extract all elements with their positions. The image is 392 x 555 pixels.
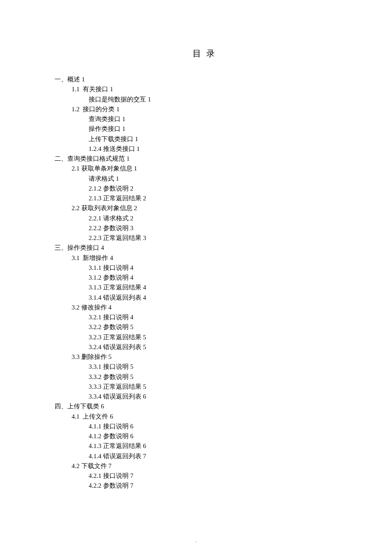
toc-entry: 3.3.1 接口说明 5 xyxy=(55,362,358,372)
toc-entry: 1.1 有关接口 1 xyxy=(55,84,358,94)
toc-entry: 3.2 修改操作 4 xyxy=(55,303,358,312)
toc-entry: 一、概述 1 xyxy=(55,75,358,84)
toc-entry: 3.2.1 接口说明 4 xyxy=(55,312,358,322)
document-page: 目录 一、概述 11.1 有关接口 1接口是纯数据的交互 11.2 接口的分类 … xyxy=(0,0,392,491)
toc-entry: 上传下载类接口 1 xyxy=(55,134,358,144)
toc-body: 一、概述 11.1 有关接口 1接口是纯数据的交互 11.2 接口的分类 1查询… xyxy=(55,75,358,491)
toc-entry: 操作类接口 1 xyxy=(55,124,358,134)
toc-entry: 查询类接口 1 xyxy=(55,114,358,124)
toc-entry: 3.1 新增操作 4 xyxy=(55,253,358,263)
toc-entry: 4.2 下载文件 7 xyxy=(55,461,358,471)
toc-entry: 2.1.2 参数说明 2 xyxy=(55,184,358,194)
toc-entry: 4.1.2 参数说明 6 xyxy=(55,431,358,441)
toc-entry: 四、上传下载类 6 xyxy=(55,402,358,411)
toc-entry: 4.1.1 接口说明 6 xyxy=(55,422,358,431)
toc-entry: 2.2.1 请求格式 2 xyxy=(55,214,358,223)
toc-entry: 4.2.2 参数说明 7 xyxy=(55,481,358,491)
toc-entry: 接口是纯数据的交互 1 xyxy=(55,95,358,104)
toc-entry: 3.3.3 正常返回结果 5 xyxy=(55,382,358,392)
toc-entry: 2.2.3 正常返回结果 3 xyxy=(55,233,358,243)
toc-entry: 4.2.1 接口说明 7 xyxy=(55,471,358,481)
toc-entry: 三、操作类接口 4 xyxy=(55,243,358,253)
footer-mark: . xyxy=(0,537,392,544)
toc-entry: 2.2.2 参数说明 3 xyxy=(55,223,358,233)
toc-entry: 1.2 接口的分类 1 xyxy=(55,104,358,114)
toc-entry: 2.1.3 正常返回结果 2 xyxy=(55,194,358,203)
toc-entry: 1.2.4 推送类接口 1 xyxy=(55,144,358,154)
toc-entry: 4.1.3 正常返回结果 6 xyxy=(55,441,358,451)
toc-entry: 3.1.3 正常返回结果 4 xyxy=(55,283,358,292)
toc-entry: 3.2.2 参数说明 5 xyxy=(55,322,358,332)
toc-entry: 3.3 删除操作 5 xyxy=(55,352,358,362)
toc-entry: 二、查询类接口格式规范 1 xyxy=(55,154,358,164)
toc-entry: 3.2.4 错误返回列表 5 xyxy=(55,342,358,352)
toc-title: 目录 xyxy=(55,47,358,60)
toc-entry: 3.3.4 错误返回列表 6 xyxy=(55,392,358,402)
toc-entry: 4.1.4 错误返回列表 7 xyxy=(55,451,358,461)
toc-entry: 3.2.3 正常返回结果 5 xyxy=(55,332,358,342)
toc-entry: 2.2 获取列表对象信息 2 xyxy=(55,203,358,213)
toc-entry: 请求格式 1 xyxy=(55,174,358,184)
toc-entry: 4.1 上传文件 6 xyxy=(55,412,358,422)
toc-entry: 3.3.2 参数说明 5 xyxy=(55,372,358,382)
toc-entry: 3.1.4 错误返回列表 4 xyxy=(55,293,358,303)
toc-entry: 2.1 获取单条对象信息 1 xyxy=(55,164,358,173)
toc-entry: 3.1.2 参数说明 4 xyxy=(55,273,358,283)
toc-entry: 3.1.1 接口说明 4 xyxy=(55,263,358,273)
